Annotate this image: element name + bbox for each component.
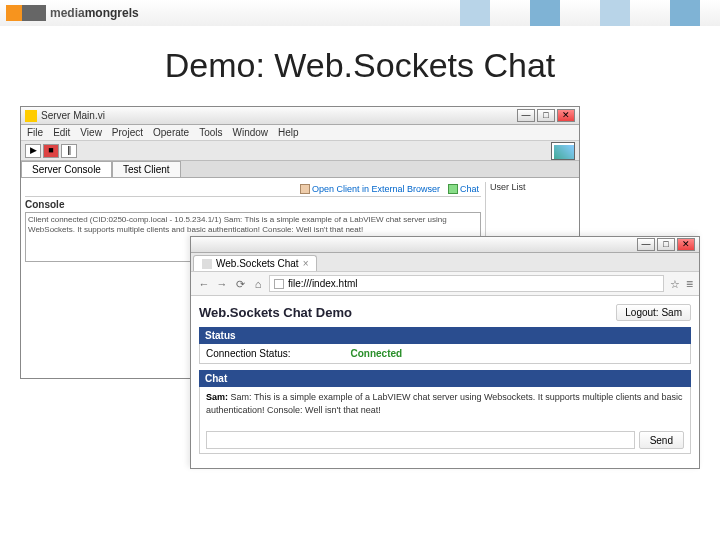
chat-icon: [448, 184, 458, 194]
forward-icon[interactable]: →: [215, 277, 229, 291]
logo-media: media: [50, 6, 85, 20]
file-icon: [274, 279, 284, 289]
menu-edit[interactable]: Edit: [53, 127, 70, 138]
logo-icon: [6, 5, 46, 21]
reload-icon[interactable]: ⟳: [233, 277, 247, 291]
address-bar[interactable]: file:///index.html: [269, 275, 664, 292]
brand-header: mediamongrels: [0, 0, 720, 26]
logo-mongrels: mongrels: [85, 6, 139, 20]
browser-minimize-button[interactable]: —: [637, 238, 655, 251]
chat-section-header: Chat: [199, 370, 691, 387]
logo-text: mediamongrels: [50, 6, 139, 20]
menu-view[interactable]: View: [80, 127, 102, 138]
minimize-button[interactable]: —: [517, 109, 535, 122]
menu-operate[interactable]: Operate: [153, 127, 189, 138]
labview-menubar[interactable]: File Edit View Project Operate Tools Win…: [21, 125, 579, 141]
menu-project[interactable]: Project: [112, 127, 143, 138]
menu-help[interactable]: Help: [278, 127, 299, 138]
folder-icon: [300, 184, 310, 194]
labview-tabs: Server Console Test Client: [21, 161, 579, 178]
tab-test-client[interactable]: Test Client: [112, 161, 181, 177]
tab-server-console[interactable]: Server Console: [21, 161, 112, 177]
chat-input[interactable]: [206, 431, 635, 449]
header-decor: [360, 0, 720, 26]
slide-title: Demo: Web.Sockets Chat: [0, 26, 720, 95]
close-button[interactable]: ✕: [557, 109, 575, 122]
browser-window: — □ ✕ Web.Sockets Chat × ← → ⟳ ⌂ file://…: [190, 236, 700, 469]
maximize-button[interactable]: □: [537, 109, 555, 122]
send-button[interactable]: Send: [639, 431, 684, 449]
browser-close-button[interactable]: ✕: [677, 238, 695, 251]
chat-messages: Sam: Sam: This is a simple example of a …: [206, 391, 684, 427]
menu-tools[interactable]: Tools: [199, 127, 222, 138]
chat-section-body: Sam: Sam: This is a simple example of a …: [199, 387, 691, 454]
chat-text: Sam: This is a simple example of a LabVI…: [206, 392, 682, 415]
status-section-body: Connection Status: Connected: [199, 344, 691, 364]
url-text: file:///index.html: [288, 278, 357, 289]
chat-label: Chat: [460, 184, 479, 194]
vi-icon: [551, 142, 575, 160]
menu-file[interactable]: File: [27, 127, 43, 138]
tab-close-icon[interactable]: ×: [303, 258, 309, 269]
bookmark-icon[interactable]: ☆: [668, 277, 682, 291]
logout-button[interactable]: Logout: Sam: [616, 304, 691, 321]
browser-toolbar: ← → ⟳ ⌂ file:///index.html ☆ ≡: [191, 272, 699, 296]
browser-tab[interactable]: Web.Sockets Chat ×: [193, 255, 317, 271]
page-title: Web.Sockets Chat Demo: [199, 305, 352, 320]
menu-window[interactable]: Window: [232, 127, 268, 138]
labview-app-icon: [25, 110, 37, 122]
browser-tabstrip: Web.Sockets Chat ×: [191, 253, 699, 272]
status-value: Connected: [351, 348, 403, 359]
brand-logo: mediamongrels: [6, 5, 139, 21]
labview-toolbar: ▶ ■ ‖: [21, 141, 579, 161]
chat-link[interactable]: Chat: [448, 184, 479, 194]
open-browser-link[interactable]: Open Client in External Browser: [300, 184, 440, 194]
labview-title: Server Main.vi: [41, 110, 517, 121]
tab-favicon-icon: [202, 259, 212, 269]
status-section-header: Status: [199, 327, 691, 344]
status-label: Connection Status:: [206, 348, 291, 359]
hamburger-icon[interactable]: ≡: [686, 277, 693, 291]
console-label: Console: [25, 199, 481, 210]
browser-titlebar[interactable]: — □ ✕: [191, 237, 699, 253]
labview-titlebar[interactable]: Server Main.vi — □ ✕: [21, 107, 579, 125]
browser-page: Web.Sockets Chat Demo Logout: Sam Status…: [191, 296, 699, 468]
userlist-label: User List: [490, 182, 575, 192]
pause-icon[interactable]: ‖: [61, 144, 77, 158]
run-icon[interactable]: ▶: [25, 144, 41, 158]
stop-icon[interactable]: ■: [43, 144, 59, 158]
back-icon[interactable]: ←: [197, 277, 211, 291]
home-icon[interactable]: ⌂: [251, 277, 265, 291]
open-browser-label: Open Client in External Browser: [312, 184, 440, 194]
tab-title: Web.Sockets Chat: [216, 258, 299, 269]
browser-maximize-button[interactable]: □: [657, 238, 675, 251]
